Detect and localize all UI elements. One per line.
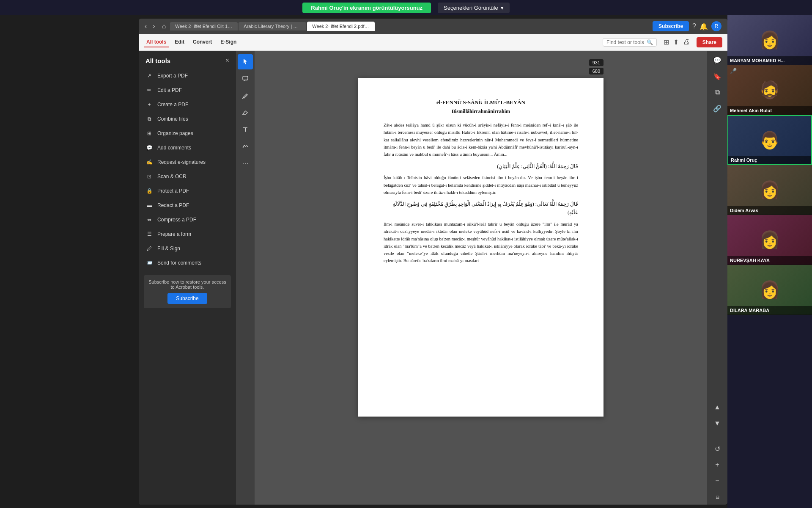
create-icon: + xyxy=(145,101,153,108)
tools-close-icon[interactable]: × xyxy=(225,57,229,64)
all-tools-tab[interactable]: All tools xyxy=(144,37,169,47)
page-number-931: 931 xyxy=(589,59,604,66)
convert-tab[interactable]: Convert xyxy=(190,37,214,47)
left-panel xyxy=(0,15,135,508)
pdf-viewer[interactable]: 931 680 el-FENNÜ'S-SÂNİ: İLMÜ'L-BEYÂN Bi… xyxy=(255,51,707,505)
pdf-page: el-FENNÜ'S-SÂNİ: İLMÜ'L-BEYÂN Bismillâhi… xyxy=(358,78,604,417)
tool-prepare-form[interactable]: ☰ Prepare a form xyxy=(139,227,236,241)
tool-redact-pdf[interactable]: ▬ Redact a PDF xyxy=(139,198,236,213)
home-button[interactable]: ⌂ xyxy=(159,22,170,31)
esign-icon: ✍ xyxy=(145,158,153,166)
copy-panel-button[interactable]: ⧉ xyxy=(710,85,725,100)
notification-bar: Rahmi Oruç'in ekranını görüntülüyorsunuz… xyxy=(0,0,812,15)
pdf-paragraph-1: Zât-ı akdes teâlâya hamd ü şükr olsun ki… xyxy=(384,121,578,158)
video-tile-rahmi: 👨 Rahmi Oruç xyxy=(727,115,812,165)
user-icon[interactable]: R xyxy=(711,21,721,31)
scroll-down-button[interactable]: ▼ xyxy=(710,416,725,431)
toolbar-icons: ⊞ ⬆ 🖨 xyxy=(664,38,690,46)
page-number-680: 680 xyxy=(589,68,604,75)
pen-tool-button[interactable] xyxy=(238,88,253,103)
chat-panel-button[interactable]: 💬 xyxy=(710,52,725,68)
toolbar: All tools Edit Convert E-Sign Find text … xyxy=(139,34,727,51)
tools-sidebar: All tools × ↗ Export a PDF ✏ Edit a PDF … xyxy=(139,51,236,505)
toolbar-nav: All tools Edit Convert E-Sign xyxy=(144,37,239,47)
pdf-arabic-1: قَالَ رَحِمَهُ اللَّهُ: (الْفَنُّ الثَّا… xyxy=(384,163,578,171)
tool-fill-sign[interactable]: 🖊 Fill & Sign xyxy=(139,241,236,256)
text-tool-button[interactable] xyxy=(238,122,253,137)
app-container: ‹ › ⌂ Week 2- iffet Efendi Cilt 1.pdf Ar… xyxy=(0,15,812,508)
acrobat-window: ‹ › ⌂ Week 2- iffet Efendi Cilt 1.pdf Ar… xyxy=(139,19,727,505)
zoom-in-button[interactable]: + xyxy=(710,457,725,472)
form-icon: ☰ xyxy=(145,230,153,238)
tool-protect-pdf[interactable]: 🔒 Protect a PDF xyxy=(139,184,236,198)
participant-name-mehmet: Mehmet Akın Bulut xyxy=(727,106,812,115)
tool-add-comments[interactable]: 💬 Add comments xyxy=(139,141,236,155)
signature-tool-button[interactable] xyxy=(238,139,253,154)
pdf-body: Zât-ı akdes teâlâya hamd ü şükr olsun ki… xyxy=(384,121,578,265)
tab-icons: ? 🔔 R xyxy=(690,21,724,31)
back-button[interactable]: ‹ xyxy=(142,22,149,31)
tool-send-comments[interactable]: 📨 Send for comments xyxy=(139,256,236,270)
find-text: Find text or tools xyxy=(606,39,644,45)
tab-week2-cilt1[interactable]: Week 2- iffet Efendi Cilt 1.pdf xyxy=(170,22,238,30)
comments-icon: 💬 xyxy=(145,144,153,152)
cursor-tool-button[interactable] xyxy=(238,54,253,69)
subscribe-banner: Subscribe now to restore your access to … xyxy=(144,275,231,308)
tool-export-pdf[interactable]: ↗ Export a PDF xyxy=(139,69,236,83)
vertical-toolbar: ··· xyxy=(236,51,255,505)
tool-scan-ocr[interactable]: ⊡ Scan & OCR xyxy=(139,169,236,184)
rotate-button[interactable]: ↺ xyxy=(710,441,725,456)
mic-muted-icon: 🎤 xyxy=(730,68,737,74)
tab-week2-cilt2[interactable]: Week 2- iffet Efendi 2.pdf × xyxy=(307,22,375,31)
esign-tab[interactable]: E-Sign xyxy=(218,37,239,47)
protect-icon: 🔒 xyxy=(145,187,153,195)
find-bar[interactable]: Find text or tools 🔍 xyxy=(603,38,657,47)
subscribe-banner-button[interactable]: Subscribe xyxy=(167,293,207,304)
comment-tool-button[interactable] xyxy=(238,71,253,86)
fill-icon: 🖊 xyxy=(145,245,153,252)
zoom-out-button[interactable]: − xyxy=(710,473,725,489)
video-tile-nurevah: 👩 NUREVŞAH KAYA xyxy=(727,215,812,265)
organize-icon: ⊞ xyxy=(145,130,153,137)
tool-request-esignatures[interactable]: ✍ Request e-signatures xyxy=(139,155,236,169)
participant-name-rahmi: Rahmi Oruç xyxy=(728,156,811,164)
compress-icon: ⇔ xyxy=(145,216,153,224)
search-icon: 🔍 xyxy=(647,39,653,45)
fit-button[interactable]: ⊟ xyxy=(710,489,725,505)
edit-icon: ✏ xyxy=(145,86,153,94)
forward-button[interactable]: › xyxy=(150,22,157,31)
print-icon[interactable]: 🖨 xyxy=(683,38,690,46)
scroll-up-button[interactable]: ▲ xyxy=(710,400,725,415)
view-icon[interactable]: ⊞ xyxy=(664,38,669,46)
participant-name-dilara: DİLARA MARABA xyxy=(727,306,812,315)
more-tools-button[interactable]: ··· xyxy=(238,156,253,171)
tab-arabic-theory[interactable]: Arabic Literary Theory | Oxfor... xyxy=(239,22,306,30)
pdf-title: el-FENNÜ'S-SÂNİ: İLMÜ'L-BEYÂN xyxy=(384,99,578,106)
options-button[interactable]: Seçenekleri Görüntüle ▾ xyxy=(438,3,510,13)
tools-header: All tools × xyxy=(139,51,236,69)
subscribe-button[interactable]: Subscribe xyxy=(653,21,689,31)
upload-icon[interactable]: ⬆ xyxy=(673,38,679,46)
video-tile-mehmet: 🧔 🎤 Mehmet Akın Bulut xyxy=(727,65,812,115)
bookmark-panel-button[interactable]: 🔖 xyxy=(710,69,725,84)
tool-combine-files[interactable]: ⧉ Combine files xyxy=(139,112,236,126)
right-panel-scroll: 💬 🔖 ⧉ 🔗 ▲ ▼ ↺ + − ⊟ xyxy=(707,51,727,505)
share-button[interactable]: Share xyxy=(697,37,722,47)
video-tile-didem: 👩 Didem Arvas xyxy=(727,165,812,215)
tool-create-pdf[interactable]: + Create a PDF xyxy=(139,97,236,112)
edit-tab[interactable]: Edit xyxy=(172,37,187,47)
participant-name-maryam: MARYAM MOHAMED H... xyxy=(727,56,812,65)
eraser-tool-button[interactable] xyxy=(238,105,253,120)
help-icon[interactable]: ? xyxy=(692,22,696,30)
right-sidebar: 👩 MARYAM MOHAMED H... 🧔 🎤 Mehmet Akın Bu… xyxy=(727,15,812,508)
content-area: All tools × ↗ Export a PDF ✏ Edit a PDF … xyxy=(139,51,727,505)
tool-compress-pdf[interactable]: ⇔ Compress a PDF xyxy=(139,213,236,227)
tool-organize-pages[interactable]: ⊞ Organize pages xyxy=(139,126,236,141)
pdf-arabic-2: قَالَ رَحِمَهُ اللَّهُ تَعَالَى: (وَهُوَ… xyxy=(384,200,578,217)
link-panel-button[interactable]: 🔗 xyxy=(710,101,725,116)
tool-edit-pdf[interactable]: ✏ Edit a PDF xyxy=(139,83,236,97)
participant-name-nurevah: NUREVŞAH KAYA xyxy=(727,256,812,265)
bell-icon[interactable]: 🔔 xyxy=(700,22,708,30)
redact-icon: ▬ xyxy=(145,202,153,209)
tab-bar: ‹ › ⌂ Week 2- iffet Efendi Cilt 1.pdf Ar… xyxy=(139,19,727,34)
